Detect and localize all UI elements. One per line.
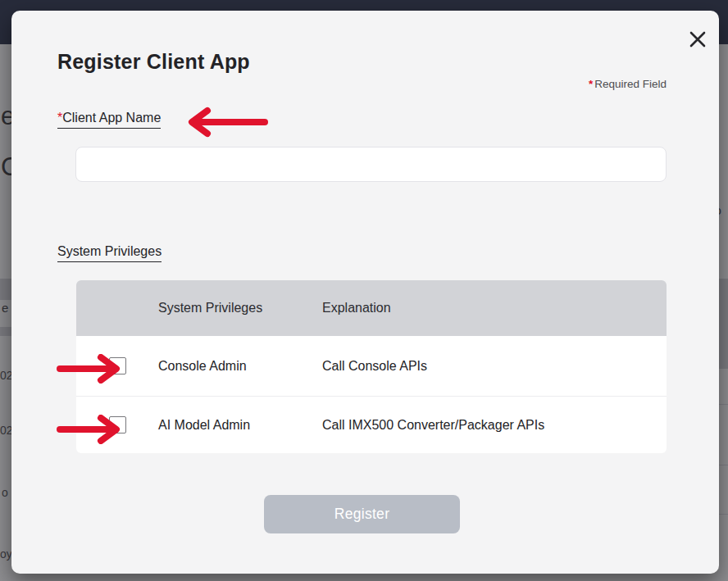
required-asterisk: * xyxy=(589,78,593,90)
screen: e C s so t t e 02 02 o oy Register Clien… xyxy=(0,0,728,581)
table-row: AI Model Admin Call IMX500 Converter/Pac… xyxy=(76,396,667,453)
privilege-name: AI Model Admin xyxy=(158,418,322,433)
annotation-arrow-right-icon xyxy=(56,415,121,447)
privilege-explanation: Call IMX500 Converter/Packager APIs xyxy=(322,418,667,433)
required-field-note: *Required Field xyxy=(589,78,667,90)
system-privileges-label: System Privileges xyxy=(57,244,162,262)
privilege-explanation: Call Console APIs xyxy=(322,359,667,374)
explanation-column-header: Explanation xyxy=(322,301,667,315)
annotation-arrow-left-icon xyxy=(186,107,270,141)
background-row-fragment: o xyxy=(2,486,8,499)
client-app-name-label: *Client App Name xyxy=(57,111,161,129)
register-client-app-dialog: Register Client App *Required Field *Cli… xyxy=(11,11,719,574)
background-text-fragment: e xyxy=(2,301,8,315)
table-row: Console Admin Call Console APIs xyxy=(76,336,667,396)
background-row-fragment: oy xyxy=(0,547,12,561)
privileges-column-header: System Privileges xyxy=(158,301,322,315)
close-button[interactable] xyxy=(686,28,709,51)
dialog-title: Register Client App xyxy=(57,50,250,74)
close-icon xyxy=(688,30,708,49)
table-header-row: System Privileges Explanation xyxy=(76,280,667,336)
system-privileges-table: System Privileges Explanation Console Ad… xyxy=(76,280,667,453)
register-button[interactable]: Register xyxy=(264,495,460,533)
privilege-name: Console Admin xyxy=(158,359,322,374)
client-app-name-input[interactable] xyxy=(75,147,667,182)
annotation-arrow-right-icon xyxy=(56,354,121,387)
